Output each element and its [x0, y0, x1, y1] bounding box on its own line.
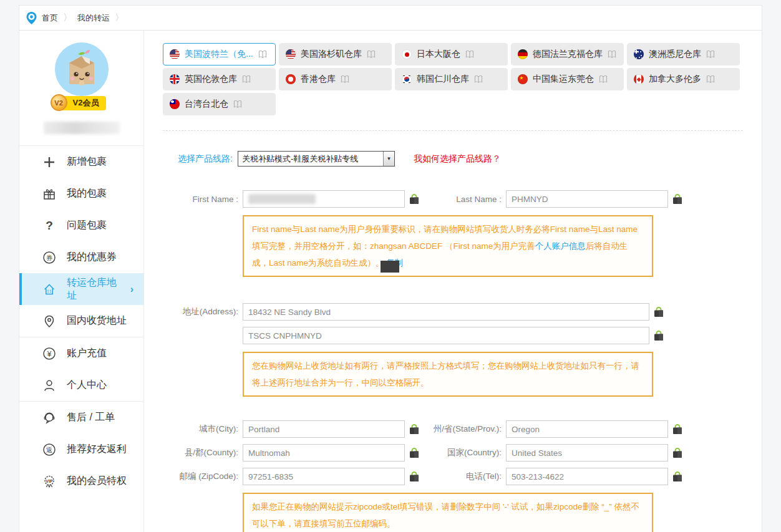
- svg-text:券: 券: [46, 254, 53, 261]
- sidebar-item-personal-center[interactable]: 个人中心: [19, 369, 143, 401]
- sidebar-item-my-packages[interactable]: 我的包裹: [19, 178, 143, 210]
- sidebar-item-label: 推荐好友返利: [67, 443, 127, 456]
- product-line-select[interactable]: 关税补贴模式-鞋服关税补贴专线 ▼: [238, 151, 395, 167]
- copy-icon[interactable]: [672, 471, 683, 482]
- rebate-circle-icon: 返: [42, 442, 57, 457]
- avatar[interactable]: [54, 42, 109, 97]
- copy-icon[interactable]: [653, 306, 664, 317]
- map-book-icon: [465, 50, 474, 59]
- breadcrumb-current[interactable]: 我的转运: [77, 12, 110, 24]
- headset-icon: [42, 410, 57, 425]
- content-card: 首页 〉 我的转运 〉: [19, 5, 762, 532]
- main-content: 美国波特兰（免... 美国洛杉矶仓库 日本大阪仓 德国法兰克福仓库: [144, 31, 762, 532]
- copy-link[interactable]: 复制: [386, 258, 403, 268]
- state-input[interactable]: [506, 420, 668, 438]
- sidebar-item-referral-rebate[interactable]: 返 推荐好友返利: [19, 433, 143, 465]
- sidebar-item-label: 账户充值: [67, 347, 107, 360]
- address-line2-input[interactable]: [243, 327, 649, 344]
- map-book-icon: [242, 75, 251, 84]
- last-name-label: Last Name :: [420, 195, 506, 204]
- first-name-blurred-value: [248, 194, 316, 204]
- tab-hongkong[interactable]: 香港仓库: [279, 68, 392, 90]
- tab-taiwan-taipei[interactable]: 台湾台北仓: [163, 93, 276, 115]
- flag-korea-icon: [402, 74, 412, 84]
- gift-box-icon: [42, 186, 57, 201]
- sidebar-item-add-package[interactable]: 新增包裹: [19, 146, 143, 178]
- sidebar-item-label: 新增包裹: [67, 155, 107, 168]
- copy-icon[interactable]: [653, 330, 664, 341]
- tab-canada-toronto[interactable]: 加拿大多伦多: [627, 68, 740, 90]
- map-book-icon: [474, 75, 483, 84]
- sidebar-item-label: 个人中心: [67, 379, 107, 392]
- city-label: 城市(City):: [163, 423, 243, 435]
- sidebar-item-domestic-address[interactable]: 国内收货地址: [19, 305, 143, 337]
- first-name-label: First Name :: [163, 195, 243, 204]
- sidebar-item-aftersale-ticket[interactable]: 售后 / 工单: [19, 402, 143, 433]
- copy-icon[interactable]: [409, 471, 420, 482]
- account-info-link[interactable]: 个人账户信息: [535, 241, 586, 251]
- map-book-icon: [608, 50, 616, 59]
- country-label: 国家(Country):: [420, 447, 506, 458]
- address-line1-input[interactable]: [243, 303, 649, 321]
- membership-badge-label: V2会员: [73, 98, 99, 107]
- plus-icon: [42, 155, 57, 170]
- coupon-icon: 券: [42, 250, 57, 265]
- map-book-icon: [258, 50, 267, 59]
- flag-japan-icon: [402, 49, 412, 59]
- tab-us-losangeles[interactable]: 美国洛杉矶仓库: [279, 43, 392, 65]
- tab-japan-osaka[interactable]: 日本大阪仓: [395, 43, 508, 65]
- tab-australia-sydney[interactable]: 澳洲悉尼仓库: [627, 43, 740, 65]
- product-line-help-link[interactable]: 我如何选择产品线路？: [414, 153, 501, 165]
- tel-input[interactable]: [506, 468, 668, 485]
- copy-icon[interactable]: [409, 193, 420, 205]
- tab-china-dongguan[interactable]: 中国集运东莞仓: [511, 68, 624, 90]
- map-book-icon: [599, 75, 608, 84]
- yen-circle-icon: ¥: [42, 346, 57, 361]
- copy-icon[interactable]: [409, 423, 420, 435]
- zipcode-input[interactable]: [243, 468, 405, 485]
- tel-label: 电话(Tel):: [420, 471, 506, 482]
- flag-australia-icon: [634, 49, 644, 59]
- last-name-input[interactable]: [506, 190, 668, 208]
- tab-us-portland[interactable]: 美国波特兰（免...: [163, 43, 276, 65]
- map-book-icon: [233, 100, 242, 109]
- home-icon: [42, 282, 57, 297]
- svg-text:¥: ¥: [47, 349, 52, 358]
- sidebar-item-label: 国内收货地址: [67, 314, 127, 327]
- sidebar-item-coupons[interactable]: 券 我的优惠券: [19, 241, 143, 273]
- map-book-icon: [367, 50, 376, 59]
- breadcrumb: 首页 〉 我的转运 〉: [19, 6, 762, 31]
- dropdown-arrow-icon[interactable]: ▼: [383, 152, 394, 166]
- tab-germany-frankfurt[interactable]: 德国法兰克福仓库: [511, 43, 624, 65]
- copy-icon[interactable]: [672, 447, 683, 458]
- flag-china-icon: [518, 74, 528, 84]
- vip-rosette-icon: VIP: [42, 474, 57, 489]
- county-input[interactable]: [243, 444, 405, 462]
- tab-uk-london[interactable]: 英国伦敦仓库: [163, 68, 276, 90]
- sidebar-item-label: 我的包裹: [67, 187, 107, 200]
- copy-icon[interactable]: [672, 423, 683, 435]
- name-format-note: First name与Last name为用户身份重要标识，请在购物网站填写收货…: [243, 215, 653, 277]
- breadcrumb-home[interactable]: 首页: [42, 12, 58, 24]
- sidebar-item-recharge[interactable]: ¥ 账户充值: [19, 337, 143, 369]
- sidebar-item-label: 售后 / 工单: [67, 411, 115, 424]
- sidebar-item-problem-packages[interactable]: ? 问题包裹: [19, 210, 143, 241]
- country-input[interactable]: [506, 444, 668, 462]
- location-pin-icon: [26, 11, 37, 25]
- sidebar-item-warehouse-address[interactable]: 转运仓库地址 ›: [19, 273, 143, 305]
- copy-icon[interactable]: [409, 447, 420, 458]
- breadcrumb-separator: 〉: [63, 12, 72, 24]
- city-input[interactable]: [243, 420, 405, 438]
- county-label: 县/郡(County):: [163, 447, 243, 458]
- flag-canada-icon: [634, 74, 644, 84]
- flag-hongkong-icon: [286, 74, 296, 84]
- flag-uk-icon: [170, 74, 180, 84]
- tab-korea-incheon[interactable]: 韩国仁川仓库: [395, 68, 508, 90]
- map-book-icon: [706, 50, 715, 59]
- v2-medal-icon: V2: [51, 94, 67, 111]
- flag-us-icon: [286, 49, 296, 59]
- sidebar-item-vip-privileges[interactable]: VIP 我的会员特权: [19, 465, 143, 497]
- copy-icon[interactable]: [672, 193, 683, 205]
- zipcode-note: 如果您正在购物的网站提示zipcode或tel填写错误，请删除数字中间 '-' …: [243, 493, 653, 532]
- breadcrumb-separator: 〉: [115, 12, 124, 24]
